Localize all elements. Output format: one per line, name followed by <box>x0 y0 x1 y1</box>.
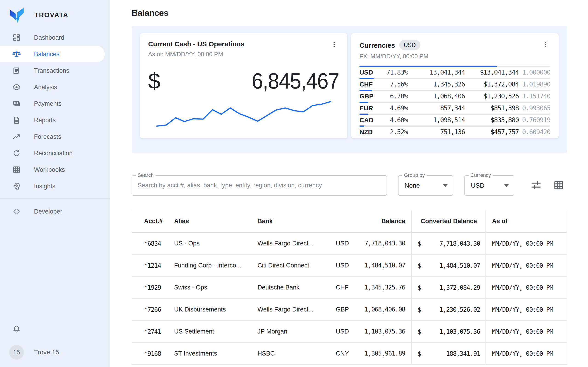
currency-converted: $13,041,344 <box>465 69 519 76</box>
cash-trend-chart <box>148 98 339 132</box>
converted-prefix: $ <box>418 284 421 291</box>
sidebar-item-insights[interactable]: Insights <box>0 178 110 194</box>
sidebar-item-transactions[interactable]: Transactions <box>0 62 110 79</box>
payments-icon <box>12 99 21 108</box>
currency-rate: 0.609420 <box>519 128 550 136</box>
cell-acct: *2741 <box>132 328 174 335</box>
sidebar-item-label: Payments <box>34 100 61 107</box>
table-row[interactable]: *6834 US - Ops Wells Fargo Direct... USD… <box>132 233 567 255</box>
currency-rate: 1.019890 <box>519 81 550 88</box>
currency-converted: $1,230,526 <box>465 92 519 100</box>
cash-card-menu-button[interactable] <box>329 40 339 50</box>
sidebar-divider <box>0 198 110 199</box>
cell-currency: CHF <box>336 284 349 291</box>
chevron-down-icon <box>443 184 448 187</box>
currencies-card-menu-button[interactable] <box>541 40 550 50</box>
sidebar-item-balances[interactable]: Balances <box>0 46 110 62</box>
reports-icon <box>12 116 21 125</box>
sidebar-item-dashboard[interactable]: Dashboard <box>0 29 110 46</box>
cell-asof: MM/DD/YY, 00:00 PM <box>485 262 567 269</box>
dashboard-icon <box>12 33 21 42</box>
cell-alias: US Settlement <box>174 328 258 335</box>
cash-card-title: Current Cash - US Operations <box>148 40 244 48</box>
col-header-bank: Bank <box>258 218 336 225</box>
reconciliation-icon <box>12 149 21 158</box>
currency-converted: $457,757 <box>465 128 519 136</box>
total-cash-amount: 6,845,467 <box>252 68 339 94</box>
workbooks-icon <box>12 165 21 174</box>
currency-percent: 4.69% <box>380 104 408 112</box>
cell-asof: MM/DD/YY, 00:00 PM <box>485 306 567 313</box>
user-name: Trove 15 <box>34 349 59 356</box>
currency-code: CAD <box>359 117 380 124</box>
currency-percent: 6.78% <box>380 92 408 100</box>
currency-amount: 13,041,344 <box>408 69 465 76</box>
currency-select[interactable]: Currency USD <box>464 175 514 196</box>
search-input[interactable] <box>132 176 387 195</box>
cell-balance: 1,305,961.89 <box>364 350 405 357</box>
table-row[interactable]: *9168 ST Investments HSBC CNY 1,305,961.… <box>132 343 567 365</box>
currency-row[interactable]: EUR 4.69% 857,344 $851,398 0.993065 <box>359 102 550 114</box>
table-row[interactable]: *2741 US Settlement JP Morgan USD 1,103,… <box>132 321 567 343</box>
sidebar-item-developer[interactable]: Developer <box>0 203 110 220</box>
currency-row[interactable]: USD 71.83% 13,041,344 $13,041,344 1.0000… <box>359 66 550 78</box>
cell-acct: *9168 <box>132 350 174 357</box>
sidebar-item-workbooks[interactable]: Workbooks <box>0 161 110 178</box>
sidebar-item-label: Transactions <box>34 67 69 74</box>
sidebar-item-analysis[interactable]: Analysis <box>0 79 110 95</box>
avatar: 15 <box>9 345 24 360</box>
currency-code: CHF <box>359 81 380 88</box>
cell-acct: *1929 <box>132 284 174 291</box>
cell-currency: USD <box>336 262 349 269</box>
table-row[interactable]: *1214 Funding Corp - Interco... Citi Dir… <box>132 255 567 277</box>
sidebar-item-reconciliation[interactable]: Reconciliation <box>0 145 110 161</box>
column-settings-button[interactable] <box>531 180 541 191</box>
cell-balance: 1,345,325.76 <box>364 284 405 291</box>
bell-icon <box>12 325 21 334</box>
cell-bank: Wells Fargo Direct... <box>258 306 336 313</box>
cell-converted: 1,230,526.02 <box>439 306 480 313</box>
user-menu[interactable]: 15 Trove 15 <box>9 345 110 360</box>
currency-rate: 0.993065 <box>519 104 550 112</box>
table-row[interactable]: *7266 UK Disbursements Wells Fargo Direc… <box>132 299 567 321</box>
grid-icon <box>553 180 564 190</box>
cell-acct: *6834 <box>132 240 174 247</box>
converted-prefix: $ <box>418 328 421 335</box>
currency-row[interactable]: CAD 4.60% 1,098,514 $835,880 0.760919 <box>359 114 550 125</box>
currency-row[interactable]: GBP 6.78% 1,068,406 $1,230,526 1.151740 <box>359 90 550 102</box>
table-row[interactable]: *1929 Swiss - Ops Deutsche Bank CHF 1,34… <box>132 277 567 299</box>
cell-alias: Funding Corp - Interco... <box>174 262 258 269</box>
grid-view-button[interactable] <box>553 180 564 191</box>
sidebar-nav: Dashboard Balances Transactions Analysis <box>0 29 110 194</box>
main-content: Balances Current Cash - US Operations As… <box>110 0 588 367</box>
sidebar-item-label: Balances <box>34 51 60 58</box>
kebab-menu-icon <box>542 41 549 48</box>
converted-prefix: $ <box>418 306 421 313</box>
sidebar-item-reports[interactable]: Reports <box>0 112 110 128</box>
cell-currency: USD <box>336 240 349 247</box>
balances-table: Acct.# Alias Bank Balance Converted Bala… <box>132 210 567 365</box>
currency-rate: 0.760919 <box>519 116 550 124</box>
group-by-value: None <box>405 182 420 189</box>
currency-percent: 7.56% <box>380 81 408 88</box>
group-by-select[interactable]: Group by None <box>398 175 453 196</box>
currency-amount: 1,098,514 <box>408 116 465 124</box>
col-header-balance: Balance <box>336 218 411 225</box>
notifications-button[interactable] <box>12 325 21 335</box>
converted-prefix: $ <box>418 350 421 357</box>
currency-percent: 71.83% <box>380 69 408 76</box>
cell-converted: 1,484,510.07 <box>439 262 480 269</box>
sidebar-item-payments[interactable]: Payments <box>0 95 110 112</box>
cell-bank: Deutsche Bank <box>258 284 336 291</box>
sidebar-item-forecasts[interactable]: Forecasts <box>0 128 110 145</box>
currency-row[interactable]: NZD 2.52% 751,136 $457,757 0.609420 <box>359 125 550 137</box>
currency-converted: $1,372,084 <box>465 81 519 88</box>
analysis-icon <box>12 83 21 92</box>
converted-prefix: $ <box>418 240 421 247</box>
cell-bank: JP Morgan <box>258 328 336 335</box>
cell-asof: MM/DD/YY, 00:00 PM <box>485 240 567 247</box>
trovata-logo-icon <box>10 7 24 23</box>
brand: TROVATA <box>0 0 110 24</box>
cell-converted: 188,341.91 <box>446 350 480 357</box>
currency-row[interactable]: CHF 7.56% 1,345,326 $1,372,084 1.019890 <box>359 78 550 90</box>
